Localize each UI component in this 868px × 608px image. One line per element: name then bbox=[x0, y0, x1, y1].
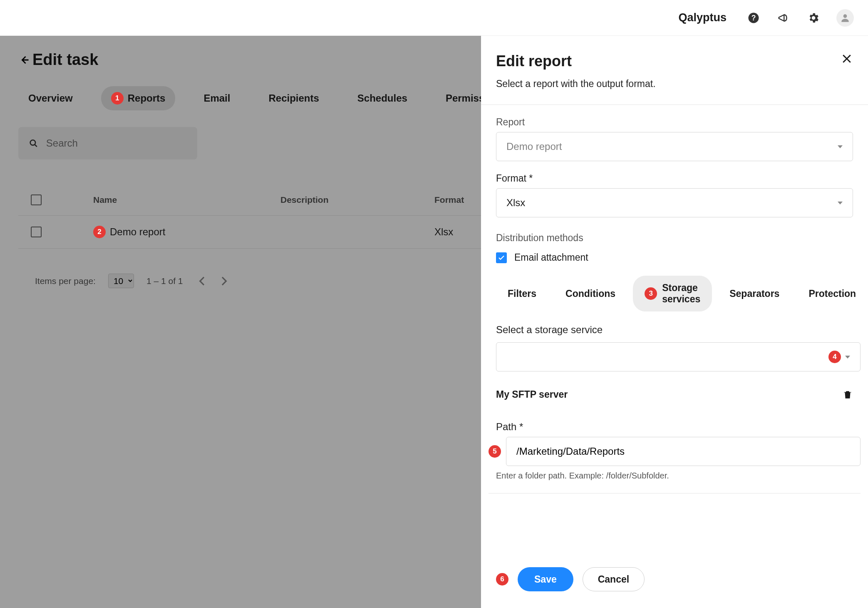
subtab-separators[interactable]: Separators bbox=[718, 282, 791, 306]
drawer-footer: 6 Save Cancel bbox=[481, 555, 868, 608]
callout-3: 3 bbox=[645, 287, 657, 300]
report-select-value: Demo report bbox=[506, 141, 562, 152]
chevron-down-icon bbox=[845, 356, 850, 359]
storage-server-name: My SFTP server bbox=[496, 389, 568, 400]
drawer-title: Edit report bbox=[496, 52, 572, 70]
subtab-filters[interactable]: Filters bbox=[496, 282, 548, 306]
edit-report-drawer: Edit report Select a report with the out… bbox=[481, 36, 868, 608]
subtab-protection[interactable]: Protection bbox=[797, 282, 868, 306]
format-field-label: Format * bbox=[496, 173, 853, 184]
callout-5: 5 bbox=[489, 445, 501, 458]
settings-icon[interactable] bbox=[806, 11, 821, 25]
brand-label: Qalyptus bbox=[678, 11, 727, 24]
distribution-label: Distribution methods bbox=[481, 217, 868, 252]
email-attachment-checkbox[interactable] bbox=[496, 252, 507, 263]
report-select[interactable]: Demo report bbox=[496, 132, 853, 161]
save-button[interactable]: Save bbox=[518, 567, 573, 591]
avatar-button[interactable] bbox=[836, 9, 854, 27]
subtab-storage[interactable]: 3 Storage services bbox=[633, 276, 712, 311]
chevron-down-icon bbox=[838, 145, 843, 148]
delete-storage-icon[interactable] bbox=[842, 389, 853, 400]
callout-1: 1 bbox=[111, 92, 124, 105]
cancel-button[interactable]: Cancel bbox=[583, 567, 645, 591]
top-bar: Qalyptus ? bbox=[0, 0, 868, 36]
path-field-label: Path * bbox=[489, 412, 861, 437]
report-field-label: Report bbox=[496, 117, 853, 128]
help-icon[interactable]: ? bbox=[746, 11, 761, 25]
chevron-down-icon bbox=[838, 202, 843, 204]
storage-select-label: Select a storage service bbox=[489, 324, 861, 336]
callout-2: 2 bbox=[93, 226, 106, 238]
subtab-conditions[interactable]: Conditions bbox=[554, 282, 627, 306]
close-icon[interactable] bbox=[841, 52, 853, 65]
email-attachment-label: Email attachment bbox=[514, 252, 588, 263]
subtab-bar: Filters Conditions 3 Storage services Se… bbox=[481, 276, 868, 311]
svg-text:?: ? bbox=[751, 14, 756, 22]
format-select-value: Xlsx bbox=[506, 197, 525, 209]
path-hint: Enter a folder path. Example: /folder/Su… bbox=[489, 466, 861, 493]
storage-select[interactable]: 4 bbox=[496, 342, 861, 371]
format-select[interactable]: Xlsx bbox=[496, 188, 853, 217]
callout-4: 4 bbox=[828, 351, 841, 363]
subtab-storage-label: Storage services bbox=[662, 282, 700, 305]
svg-point-2 bbox=[843, 14, 847, 18]
path-input[interactable] bbox=[506, 437, 861, 466]
announcements-icon[interactable] bbox=[776, 11, 791, 25]
callout-6: 6 bbox=[496, 573, 508, 586]
drawer-subtitle: Select a report with the output format. bbox=[481, 70, 868, 105]
